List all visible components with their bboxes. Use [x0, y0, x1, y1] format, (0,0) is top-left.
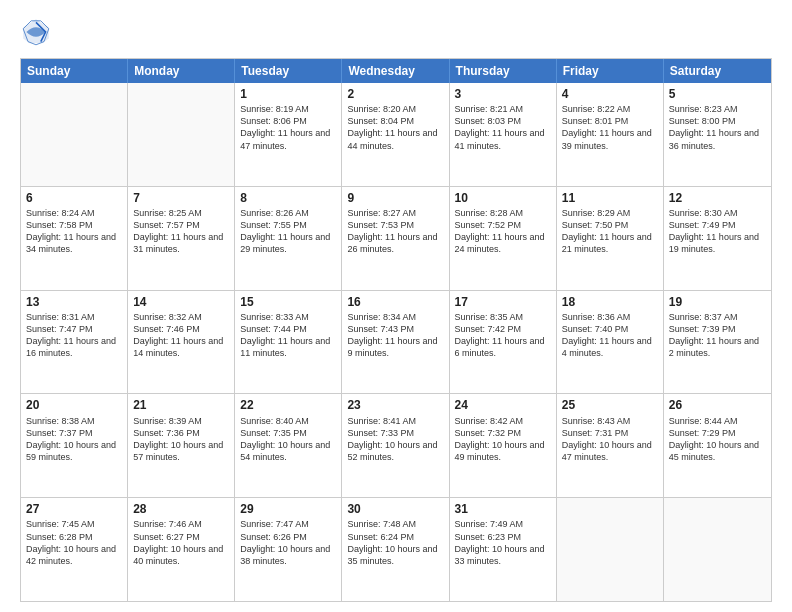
- calendar-cell: 7Sunrise: 8:25 AM Sunset: 7:57 PM Daylig…: [128, 187, 235, 290]
- cell-info: Sunrise: 8:28 AM Sunset: 7:52 PM Dayligh…: [455, 207, 551, 256]
- day-number: 13: [26, 294, 122, 310]
- calendar-cell: 28Sunrise: 7:46 AM Sunset: 6:27 PM Dayli…: [128, 498, 235, 601]
- cell-info: Sunrise: 8:31 AM Sunset: 7:47 PM Dayligh…: [26, 311, 122, 360]
- calendar-cell: 10Sunrise: 8:28 AM Sunset: 7:52 PM Dayli…: [450, 187, 557, 290]
- day-number: 30: [347, 501, 443, 517]
- calendar-cell: 14Sunrise: 8:32 AM Sunset: 7:46 PM Dayli…: [128, 291, 235, 394]
- calendar-cell: [664, 498, 771, 601]
- calendar-cell: 1Sunrise: 8:19 AM Sunset: 8:06 PM Daylig…: [235, 83, 342, 186]
- cell-info: Sunrise: 8:32 AM Sunset: 7:46 PM Dayligh…: [133, 311, 229, 360]
- cell-info: Sunrise: 8:39 AM Sunset: 7:36 PM Dayligh…: [133, 415, 229, 464]
- calendar-cell: 5Sunrise: 8:23 AM Sunset: 8:00 PM Daylig…: [664, 83, 771, 186]
- calendar-cell: 19Sunrise: 8:37 AM Sunset: 7:39 PM Dayli…: [664, 291, 771, 394]
- day-number: 2: [347, 86, 443, 102]
- day-number: 7: [133, 190, 229, 206]
- day-number: 20: [26, 397, 122, 413]
- day-number: 14: [133, 294, 229, 310]
- day-number: 31: [455, 501, 551, 517]
- day-number: 4: [562, 86, 658, 102]
- cell-info: Sunrise: 8:35 AM Sunset: 7:42 PM Dayligh…: [455, 311, 551, 360]
- day-number: 8: [240, 190, 336, 206]
- calendar-cell: 11Sunrise: 8:29 AM Sunset: 7:50 PM Dayli…: [557, 187, 664, 290]
- page: SundayMondayTuesdayWednesdayThursdayFrid…: [0, 0, 792, 612]
- calendar-row-2: 13Sunrise: 8:31 AM Sunset: 7:47 PM Dayli…: [21, 290, 771, 394]
- cell-info: Sunrise: 8:22 AM Sunset: 8:01 PM Dayligh…: [562, 103, 658, 152]
- cell-info: Sunrise: 8:37 AM Sunset: 7:39 PM Dayligh…: [669, 311, 766, 360]
- day-number: 11: [562, 190, 658, 206]
- calendar-cell: 24Sunrise: 8:42 AM Sunset: 7:32 PM Dayli…: [450, 394, 557, 497]
- calendar-cell: 25Sunrise: 8:43 AM Sunset: 7:31 PM Dayli…: [557, 394, 664, 497]
- calendar-cell: 13Sunrise: 8:31 AM Sunset: 7:47 PM Dayli…: [21, 291, 128, 394]
- calendar-cell: 15Sunrise: 8:33 AM Sunset: 7:44 PM Dayli…: [235, 291, 342, 394]
- calendar-cell: 31Sunrise: 7:49 AM Sunset: 6:23 PM Dayli…: [450, 498, 557, 601]
- logo-icon: [20, 16, 52, 48]
- cell-info: Sunrise: 8:33 AM Sunset: 7:44 PM Dayligh…: [240, 311, 336, 360]
- cell-info: Sunrise: 7:46 AM Sunset: 6:27 PM Dayligh…: [133, 518, 229, 567]
- calendar-cell: [557, 498, 664, 601]
- day-number: 23: [347, 397, 443, 413]
- calendar-cell: [128, 83, 235, 186]
- calendar-cell: 30Sunrise: 7:48 AM Sunset: 6:24 PM Dayli…: [342, 498, 449, 601]
- day-number: 17: [455, 294, 551, 310]
- cell-info: Sunrise: 8:36 AM Sunset: 7:40 PM Dayligh…: [562, 311, 658, 360]
- calendar-cell: 21Sunrise: 8:39 AM Sunset: 7:36 PM Dayli…: [128, 394, 235, 497]
- calendar-cell: 16Sunrise: 8:34 AM Sunset: 7:43 PM Dayli…: [342, 291, 449, 394]
- day-number: 25: [562, 397, 658, 413]
- calendar-cell: 3Sunrise: 8:21 AM Sunset: 8:03 PM Daylig…: [450, 83, 557, 186]
- calendar-row-3: 20Sunrise: 8:38 AM Sunset: 7:37 PM Dayli…: [21, 393, 771, 497]
- header-cell-monday: Monday: [128, 59, 235, 83]
- cell-info: Sunrise: 7:49 AM Sunset: 6:23 PM Dayligh…: [455, 518, 551, 567]
- day-number: 26: [669, 397, 766, 413]
- cell-info: Sunrise: 8:21 AM Sunset: 8:03 PM Dayligh…: [455, 103, 551, 152]
- calendar-cell: 2Sunrise: 8:20 AM Sunset: 8:04 PM Daylig…: [342, 83, 449, 186]
- cell-info: Sunrise: 8:27 AM Sunset: 7:53 PM Dayligh…: [347, 207, 443, 256]
- calendar-cell: 22Sunrise: 8:40 AM Sunset: 7:35 PM Dayli…: [235, 394, 342, 497]
- calendar: SundayMondayTuesdayWednesdayThursdayFrid…: [20, 58, 772, 602]
- header-cell-thursday: Thursday: [450, 59, 557, 83]
- calendar-cell: 6Sunrise: 8:24 AM Sunset: 7:58 PM Daylig…: [21, 187, 128, 290]
- cell-info: Sunrise: 8:24 AM Sunset: 7:58 PM Dayligh…: [26, 207, 122, 256]
- calendar-cell: 12Sunrise: 8:30 AM Sunset: 7:49 PM Dayli…: [664, 187, 771, 290]
- calendar-row-1: 6Sunrise: 8:24 AM Sunset: 7:58 PM Daylig…: [21, 186, 771, 290]
- header-cell-tuesday: Tuesday: [235, 59, 342, 83]
- day-number: 22: [240, 397, 336, 413]
- logo: [20, 16, 56, 48]
- header-cell-saturday: Saturday: [664, 59, 771, 83]
- cell-info: Sunrise: 7:48 AM Sunset: 6:24 PM Dayligh…: [347, 518, 443, 567]
- cell-info: Sunrise: 8:30 AM Sunset: 7:49 PM Dayligh…: [669, 207, 766, 256]
- day-number: 15: [240, 294, 336, 310]
- cell-info: Sunrise: 8:42 AM Sunset: 7:32 PM Dayligh…: [455, 415, 551, 464]
- cell-info: Sunrise: 8:20 AM Sunset: 8:04 PM Dayligh…: [347, 103, 443, 152]
- calendar-cell: 4Sunrise: 8:22 AM Sunset: 8:01 PM Daylig…: [557, 83, 664, 186]
- cell-info: Sunrise: 8:34 AM Sunset: 7:43 PM Dayligh…: [347, 311, 443, 360]
- cell-info: Sunrise: 8:23 AM Sunset: 8:00 PM Dayligh…: [669, 103, 766, 152]
- cell-info: Sunrise: 7:45 AM Sunset: 6:28 PM Dayligh…: [26, 518, 122, 567]
- header-cell-sunday: Sunday: [21, 59, 128, 83]
- calendar-row-4: 27Sunrise: 7:45 AM Sunset: 6:28 PM Dayli…: [21, 497, 771, 601]
- day-number: 10: [455, 190, 551, 206]
- day-number: 18: [562, 294, 658, 310]
- cell-info: Sunrise: 8:29 AM Sunset: 7:50 PM Dayligh…: [562, 207, 658, 256]
- cell-info: Sunrise: 8:19 AM Sunset: 8:06 PM Dayligh…: [240, 103, 336, 152]
- cell-info: Sunrise: 8:41 AM Sunset: 7:33 PM Dayligh…: [347, 415, 443, 464]
- day-number: 1: [240, 86, 336, 102]
- calendar-cell: 27Sunrise: 7:45 AM Sunset: 6:28 PM Dayli…: [21, 498, 128, 601]
- day-number: 5: [669, 86, 766, 102]
- header: [20, 16, 772, 48]
- day-number: 6: [26, 190, 122, 206]
- calendar-cell: 29Sunrise: 7:47 AM Sunset: 6:26 PM Dayli…: [235, 498, 342, 601]
- calendar-cell: 23Sunrise: 8:41 AM Sunset: 7:33 PM Dayli…: [342, 394, 449, 497]
- cell-info: Sunrise: 8:25 AM Sunset: 7:57 PM Dayligh…: [133, 207, 229, 256]
- cell-info: Sunrise: 8:44 AM Sunset: 7:29 PM Dayligh…: [669, 415, 766, 464]
- day-number: 16: [347, 294, 443, 310]
- day-number: 21: [133, 397, 229, 413]
- calendar-cell: 9Sunrise: 8:27 AM Sunset: 7:53 PM Daylig…: [342, 187, 449, 290]
- calendar-cell: [21, 83, 128, 186]
- cell-info: Sunrise: 8:26 AM Sunset: 7:55 PM Dayligh…: [240, 207, 336, 256]
- calendar-header: SundayMondayTuesdayWednesdayThursdayFrid…: [21, 59, 771, 83]
- calendar-cell: 8Sunrise: 8:26 AM Sunset: 7:55 PM Daylig…: [235, 187, 342, 290]
- calendar-cell: 26Sunrise: 8:44 AM Sunset: 7:29 PM Dayli…: [664, 394, 771, 497]
- cell-info: Sunrise: 8:40 AM Sunset: 7:35 PM Dayligh…: [240, 415, 336, 464]
- calendar-row-0: 1Sunrise: 8:19 AM Sunset: 8:06 PM Daylig…: [21, 83, 771, 186]
- day-number: 27: [26, 501, 122, 517]
